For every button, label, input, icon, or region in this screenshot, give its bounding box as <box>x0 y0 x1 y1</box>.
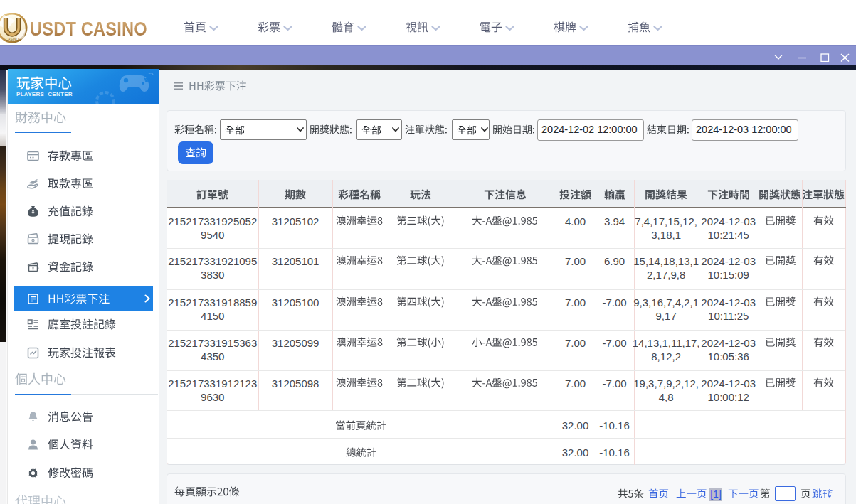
svg-text:CASINO: CASINO <box>6 38 19 41</box>
